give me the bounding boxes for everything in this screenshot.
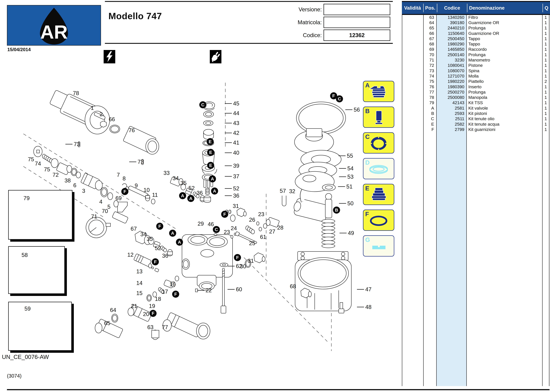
- part-label-25: 25: [249, 240, 255, 246]
- part-label-31: 31: [248, 258, 254, 264]
- part-label-69: 69: [116, 195, 122, 201]
- part-label-2: 2: [100, 111, 103, 117]
- kit-badge-F: F: [121, 188, 128, 195]
- part-label-57: 57: [280, 188, 286, 194]
- kit-badge-E: E: [207, 138, 214, 145]
- part-label-23: 23: [224, 229, 230, 235]
- kit-badge-B: B: [333, 207, 340, 214]
- part-label-66: 66: [109, 116, 115, 122]
- part-label-36: 36: [162, 253, 168, 259]
- part-label-10: 10: [144, 187, 150, 193]
- part-label-29: 29: [198, 221, 204, 227]
- part-label-58: 58: [22, 252, 28, 258]
- part-label-17: 17: [162, 288, 168, 295]
- kit-badge-A: A: [176, 239, 183, 246]
- kit-badge-A: A: [209, 175, 216, 182]
- part-label-36: 36: [225, 193, 239, 199]
- part-label-46: 46: [208, 221, 214, 227]
- part-label-14: 14: [136, 280, 143, 286]
- part-label-48: 48: [357, 304, 372, 310]
- part-label-12: 12: [127, 252, 134, 258]
- part-label-52: 52: [225, 185, 239, 192]
- part-label-11: 11: [152, 192, 158, 198]
- kit-badge-C: C: [213, 226, 220, 233]
- part-label-20: 20: [143, 311, 149, 317]
- part-label-72: 72: [53, 172, 59, 178]
- part-label-6: 6: [73, 182, 76, 189]
- part-label-67: 67: [131, 226, 137, 232]
- part-label-49: 49: [340, 230, 354, 236]
- part-label-3: 3: [82, 188, 85, 194]
- part-label-54: 54: [339, 165, 354, 172]
- part-label-65: 65: [104, 320, 110, 326]
- part-label-8: 8: [123, 175, 126, 182]
- kit-badge-A: A: [211, 188, 218, 195]
- part-label-61: 61: [260, 234, 266, 240]
- part-label-28: 28: [277, 224, 283, 231]
- part-label-74: 74: [35, 161, 41, 167]
- part-label-39: 39: [225, 163, 239, 169]
- part-label-7: 7: [117, 172, 120, 178]
- kit-badge-A: A: [169, 230, 176, 237]
- kit-badge-A: A: [187, 195, 194, 202]
- part-label-4: 4: [99, 199, 102, 205]
- parts-sheet-page: AR 15/04/2014 Modello 747 Versione: Matr…: [0, 0, 550, 392]
- part-label-71: 71: [91, 213, 97, 220]
- part-label-43: 43: [225, 120, 239, 126]
- part-label-70: 70: [102, 208, 108, 214]
- part-label-78: 78: [73, 90, 79, 96]
- part-label-62: 62: [228, 263, 242, 269]
- kit-badge-F: F: [221, 211, 228, 218]
- part-label-9: 9: [135, 182, 138, 189]
- part-label-79: 79: [23, 195, 30, 201]
- part-label-63: 63: [147, 324, 153, 330]
- part-label-53: 53: [339, 174, 354, 180]
- kit-badge-F: F: [152, 258, 159, 265]
- part-label-42: 42: [225, 130, 239, 136]
- part-label-50: 50: [339, 200, 354, 207]
- part-label-55: 55: [339, 153, 353, 159]
- part-label-73: 73: [129, 159, 144, 165]
- part-label-22: 22: [197, 287, 212, 294]
- part-label-31: 31: [233, 203, 239, 209]
- part-label-37: 37: [225, 173, 239, 180]
- part-label-26: 26: [249, 217, 255, 223]
- part-label-35: 35: [147, 236, 153, 242]
- part-label-77: 77: [162, 324, 168, 330]
- kit-badge-F: F: [150, 310, 157, 317]
- part-label-68: 68: [290, 283, 296, 289]
- kit-badge-C: C: [199, 101, 206, 108]
- part-label-15: 15: [136, 290, 143, 296]
- part-label-18: 18: [155, 296, 161, 302]
- part-label-52: 52: [188, 185, 195, 191]
- kit-badge-F: F: [234, 254, 241, 261]
- kit-badge-A: A: [179, 192, 186, 199]
- part-label-13: 13: [136, 268, 143, 275]
- part-label-33: 33: [164, 170, 170, 176]
- part-label-32: 32: [289, 188, 295, 194]
- part-label-24: 24: [231, 225, 237, 231]
- part-label-41: 41: [225, 140, 239, 146]
- callout-layer: 7812667673737574757238634578910116970716…: [0, 0, 550, 392]
- part-label-23: 23: [258, 211, 264, 217]
- kit-badge-C: C: [336, 95, 343, 102]
- part-label-59: 59: [24, 306, 31, 312]
- part-label-21: 21: [131, 303, 137, 309]
- part-label-34: 34: [173, 175, 179, 182]
- part-label-1: 1: [91, 105, 94, 111]
- kit-badge-E: E: [207, 149, 214, 156]
- part-label-19: 19: [149, 303, 155, 309]
- part-label-35: 35: [181, 180, 187, 186]
- part-label-52: 52: [155, 245, 161, 251]
- kit-badge-F: F: [172, 291, 179, 298]
- part-label-76: 76: [129, 127, 135, 133]
- part-label-73: 73: [65, 141, 80, 147]
- part-label-34: 34: [140, 231, 147, 238]
- part-label-45: 45: [225, 100, 239, 107]
- part-label-38: 38: [65, 177, 71, 184]
- part-label-27: 27: [269, 228, 275, 235]
- part-label-60: 60: [228, 286, 242, 293]
- part-label-47: 47: [357, 286, 372, 293]
- part-label-75: 75: [28, 156, 34, 162]
- kit-badge-E: E: [207, 162, 214, 169]
